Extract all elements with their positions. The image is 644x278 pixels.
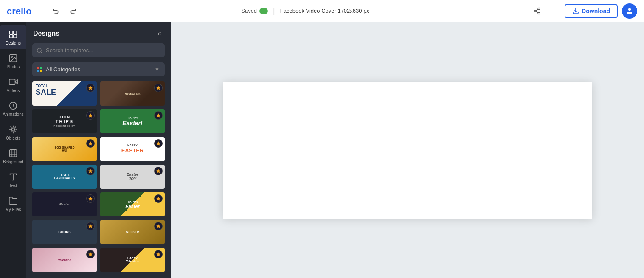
- svg-text:crello: crello: [7, 6, 32, 17]
- svg-marker-38: [156, 224, 160, 228]
- template-card-7[interactable]: EASTER HANDCRAFTS: [32, 165, 97, 189]
- svg-line-26: [41, 51, 42, 53]
- pro-badge-5: [86, 139, 95, 148]
- panel-header: Designs «: [26, 22, 171, 43]
- sidebar-item-background-label: Bckground: [3, 160, 23, 165]
- template-card-2-label: Restaurant: [125, 92, 141, 95]
- panel-title: Designs: [33, 30, 59, 37]
- separator: |: [273, 6, 275, 15]
- redo-button[interactable]: [65, 5, 80, 17]
- pro-badge-10: [154, 194, 163, 203]
- saved-label: Saved: [241, 8, 257, 14]
- topbar: crello Saved | Facebook Video Cover 1702…: [0, 0, 644, 22]
- svg-point-17: [11, 128, 14, 131]
- svg-marker-40: [156, 252, 160, 256]
- template-card-11[interactable]: BOOKS: [32, 220, 97, 244]
- undo-button[interactable]: [49, 5, 64, 17]
- svg-marker-39: [88, 252, 93, 256]
- left-nav: Designs Photos Videos Animations: [0, 22, 26, 278]
- categories-label: All Categories: [46, 62, 155, 76]
- sidebar-item-background[interactable]: Bckground: [0, 144, 26, 168]
- svg-marker-27: [88, 86, 93, 90]
- svg-marker-35: [88, 197, 93, 201]
- template-card-2[interactable]: Restaurant: [100, 81, 165, 106]
- svg-point-2: [534, 10, 536, 12]
- pro-badge-13: [86, 250, 95, 258]
- logo: crello: [7, 5, 41, 17]
- sidebar-item-objects[interactable]: Objects: [0, 121, 26, 144]
- crello-logo-svg: crello: [7, 5, 41, 17]
- template-card-6[interactable]: HAPPY EASTER: [100, 137, 165, 161]
- svg-rect-8: [10, 31, 13, 34]
- categories-icon: [37, 67, 42, 72]
- sidebar-item-objects-label: Objects: [6, 136, 20, 141]
- template-card-12[interactable]: STICKER: [100, 220, 165, 244]
- sidebar-item-photos-label: Photos: [6, 65, 20, 70]
- sidebar-item-videos[interactable]: Videos: [0, 73, 26, 97]
- download-label: Download: [582, 8, 610, 14]
- sidebar-item-designs[interactable]: Designs: [0, 25, 26, 49]
- search-bar: [32, 43, 165, 57]
- topbar-center: Saved | Facebook Video Cover 1702x630 px: [85, 6, 526, 15]
- svg-point-1: [538, 8, 540, 10]
- svg-marker-32: [156, 141, 160, 146]
- user-avatar-button[interactable]: [622, 3, 637, 19]
- sidebar-item-animations-label: Animations: [3, 112, 23, 117]
- svg-marker-33: [88, 169, 93, 173]
- categories-dropdown[interactable]: All Categories ▼: [32, 62, 165, 76]
- designs-panel: Designs « All Categories ▼: [26, 22, 171, 278]
- search-input[interactable]: [46, 43, 160, 57]
- svg-point-7: [628, 8, 631, 11]
- svg-marker-31: [88, 141, 93, 146]
- sidebar-item-videos-label: Videos: [7, 88, 20, 93]
- sidebar-item-myfiles[interactable]: My Files: [0, 192, 26, 216]
- pro-badge-9: [86, 194, 95, 203]
- main-layout: Designs Photos Videos Animations: [0, 22, 644, 278]
- template-card-10[interactable]: HAPPY Easter: [100, 192, 165, 216]
- template-card-1[interactable]: TOTAL SALE: [32, 81, 97, 106]
- pro-badge-6: [154, 139, 163, 148]
- canvas-area: [171, 22, 644, 278]
- chevron-down-icon: ▼: [155, 67, 160, 73]
- templates-grid: TOTAL SALE Restaurant: [26, 81, 171, 278]
- template-card-9[interactable]: Easter: [32, 192, 97, 216]
- template-card-8[interactable]: EasterJOY: [100, 165, 165, 189]
- panel-collapse-button[interactable]: «: [155, 29, 164, 38]
- template-card-14[interactable]: HAPPYValentine: [100, 248, 165, 272]
- pro-badge-8: [154, 167, 163, 175]
- pro-badge-7: [86, 167, 95, 175]
- pro-badge-14: [154, 250, 163, 258]
- document-title: Facebook Video Cover 1702x630 px: [280, 8, 369, 14]
- template-card-3[interactable]: ODIN TRIPS presented by: [32, 109, 97, 133]
- fullscreen-button[interactable]: [548, 5, 560, 17]
- sidebar-item-photos[interactable]: Photos: [0, 49, 26, 73]
- pro-badge-1: [86, 84, 95, 92]
- svg-point-13: [11, 56, 12, 57]
- svg-rect-10: [10, 35, 13, 38]
- sidebar-item-designs-label: Designs: [6, 41, 21, 46]
- pro-badge-2: [154, 84, 163, 92]
- svg-marker-29: [88, 113, 93, 118]
- svg-point-3: [538, 12, 540, 14]
- sidebar-item-animations[interactable]: Animations: [0, 97, 26, 121]
- svg-marker-37: [88, 224, 93, 228]
- share-button[interactable]: [531, 5, 543, 17]
- svg-marker-34: [156, 169, 160, 173]
- sidebar-item-myfiles-label: My Files: [5, 207, 21, 212]
- svg-line-5: [536, 9, 538, 10]
- svg-marker-28: [156, 86, 160, 90]
- sidebar-item-text[interactable]: Text: [0, 168, 26, 192]
- svg-rect-14: [9, 79, 15, 85]
- svg-rect-11: [14, 35, 17, 38]
- cloud-icon: [259, 8, 268, 14]
- svg-marker-30: [156, 113, 160, 118]
- download-button[interactable]: Download: [565, 4, 618, 18]
- template-card-5[interactable]: EGG-SHAPED HUI: [32, 137, 97, 161]
- svg-marker-36: [156, 197, 160, 201]
- svg-rect-18: [10, 150, 17, 157]
- sidebar-item-text-label: Text: [9, 183, 17, 188]
- canvas-frame[interactable]: [223, 82, 592, 219]
- search-icon: [37, 48, 42, 53]
- template-card-4[interactable]: HAPPY Easter!: [100, 109, 165, 133]
- template-card-13[interactable]: Valentine: [32, 248, 97, 272]
